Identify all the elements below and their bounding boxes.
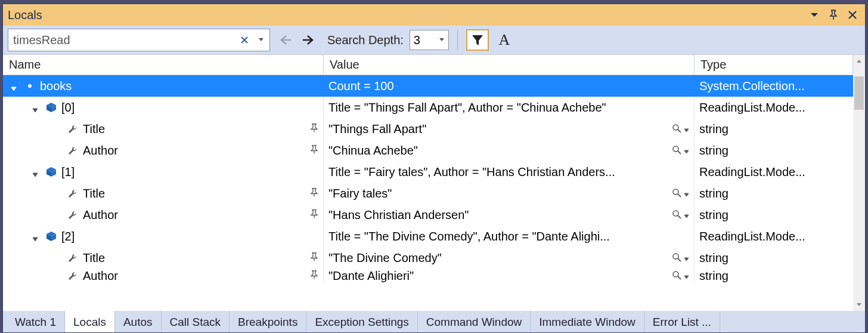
scroll-up-button[interactable] [853,55,865,67]
tree-row[interactable]: booksCount = 100System.Collection... [3,75,853,97]
expander-toggle[interactable] [32,232,41,241]
pin-icon[interactable] [310,251,318,265]
wrench-icon [66,208,79,221]
scroll-down-button[interactable] [853,299,865,311]
tab-immediate-window[interactable]: Immediate Window [531,311,644,332]
toolbar-separator [457,30,458,50]
tree-row[interactable]: [1]Title = "Fairy tales", Author = "Hans… [3,161,853,183]
tab-watch-1[interactable]: Watch 1 [7,311,65,332]
row-type: ReadingList.Mode... [699,165,805,179]
column-header-name[interactable]: Name [3,55,324,75]
row-type: string [699,208,728,222]
tab-error-list[interactable]: Error List ... [644,311,720,332]
pin-icon[interactable] [310,208,318,222]
expander-placeholder [53,189,63,198]
tree-row[interactable]: [2]Title = "The Divine Comedy", Author =… [3,226,853,247]
wrench-icon [66,251,79,264]
panel-title: Locals [8,8,803,22]
search-prev-button[interactable] [276,31,294,49]
expander-placeholder [53,124,63,134]
row-name: Author [83,269,118,283]
svg-point-1 [673,125,678,130]
filter-button[interactable] [466,29,489,51]
object-icon [45,165,58,178]
search-depth-select[interactable]: 3 [410,30,449,50]
svg-point-6 [673,272,678,277]
search-next-button[interactable] [300,31,318,49]
column-header-value[interactable]: Value [324,55,695,75]
scroll-thumb[interactable] [854,76,864,110]
text-format-button[interactable]: A [495,30,514,50]
expander-placeholder [53,210,63,220]
object-icon [45,101,58,114]
visualizer-dropdown[interactable] [684,187,689,201]
object-icon [23,79,36,92]
row-name: [2] [61,230,75,243]
row-value: "Fairy tales" [328,187,392,201]
tab-exception-settings[interactable]: Exception Settings [306,311,417,332]
visualizer-dropdown[interactable] [684,144,689,158]
expander-toggle[interactable] [32,103,41,112]
row-value: Title = "Fairy tales", Author = "Hans Ch… [328,165,615,179]
tab-autos[interactable]: Autos [115,311,162,332]
locals-panel: Locals Search Depth: 3 [2,4,866,333]
pin-window-button[interactable] [826,7,841,23]
row-type: string [699,187,728,201]
visualizer-dropdown[interactable] [684,208,689,222]
row-type: string [699,122,728,136]
row-value: "Hans Christian Andersen" [328,208,469,222]
tree-row[interactable]: Author"Dante Alighieri"string [3,269,853,283]
row-value: "Things Fall Apart" [328,122,426,136]
row-type: string [699,251,728,265]
expander-toggle[interactable] [10,81,20,91]
tab-breakpoints[interactable]: Breakpoints [230,311,306,332]
tree-row[interactable]: Title"Fairy tales"string [3,183,853,204]
close-panel-button[interactable] [845,7,860,23]
panel-titlebar: Locals [3,4,865,26]
visualizer-button[interactable] [672,269,681,283]
search-input[interactable] [8,31,236,50]
wrench-icon [66,122,79,135]
svg-point-5 [673,254,678,259]
visualizer-dropdown[interactable] [684,251,689,265]
column-header-type[interactable]: Type [695,55,853,75]
tree-row[interactable]: Author"Hans Christian Andersen"string [3,204,853,226]
pin-icon[interactable] [310,144,318,158]
visualizer-dropdown[interactable] [684,122,689,136]
tab-call-stack[interactable]: Call Stack [162,311,230,332]
row-type: ReadingList.Mode... [699,101,805,115]
pin-icon[interactable] [310,187,318,201]
row-type: string [699,269,728,283]
visualizer-button[interactable] [672,251,681,265]
visualizer-button[interactable] [672,187,681,201]
tree-row[interactable]: [0]Title = "Things Fall Apart", Author =… [3,97,853,118]
pin-icon[interactable] [310,269,318,283]
vertical-scrollbar[interactable] [853,55,865,311]
tab-locals[interactable]: Locals [65,311,115,332]
clear-search-button[interactable] [236,30,253,50]
row-name: Title [83,187,105,201]
row-name: Author [83,144,118,158]
object-icon [45,230,58,243]
row-type: string [699,144,728,158]
visualizer-button[interactable] [672,122,681,136]
wrench-icon [66,187,79,200]
pin-icon[interactable] [310,122,318,136]
visualizer-button[interactable] [672,208,681,222]
expander-placeholder [53,253,63,263]
grid-container: Name Value Type booksCount = 100System.C… [3,54,865,311]
expander-toggle[interactable] [32,167,41,177]
visualizer-button[interactable] [672,144,681,158]
row-name: Author [83,208,118,222]
tree-row[interactable]: Title"Things Fall Apart"string [3,118,853,140]
search-dropdown-button[interactable] [253,30,269,50]
visualizer-dropdown[interactable] [684,269,689,283]
row-value: Count = 100 [328,79,394,93]
tree-row[interactable]: Author"Chinua Achebe"string [3,140,853,161]
tree-row[interactable]: Title"The Divine Comedy"string [3,247,853,269]
tab-command-window[interactable]: Command Window [418,311,531,332]
row-name: [1] [61,165,75,179]
row-value: "Chinua Achebe" [328,144,418,158]
svg-point-4 [673,211,678,216]
window-options-button[interactable] [807,7,822,23]
